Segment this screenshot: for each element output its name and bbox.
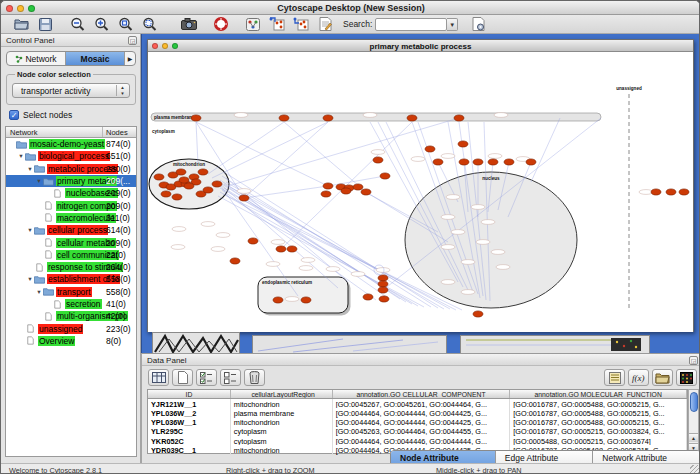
network-node[interactable] <box>172 194 182 200</box>
zoom-in-icon[interactable] <box>89 16 113 33</box>
network-node[interactable] <box>454 115 464 121</box>
table-cell[interactable]: mitochondrion <box>231 445 333 454</box>
column-header[interactable]: _cellularLayoutRegion <box>231 390 333 398</box>
network-node[interactable] <box>198 169 208 175</box>
table-cell[interactable]: mitochondrion <box>231 399 333 408</box>
function-builder-icon[interactable]: f(x) <box>628 369 649 386</box>
network-node[interactable] <box>458 141 468 147</box>
table-cell[interactable]: [GO:0016787, GO:0005488, GO:0005215, G..… <box>510 399 687 408</box>
search-dropdown-arrow-icon[interactable]: ▼ <box>447 18 458 31</box>
network-node[interactable] <box>239 195 249 201</box>
network-node[interactable] <box>378 275 388 281</box>
zoom-selected-icon[interactable] <box>137 16 161 33</box>
table-cell[interactable]: YDR039C__1 <box>148 445 231 454</box>
more-tabs-arrow-icon[interactable]: ▶ <box>125 52 135 65</box>
unselect-attributes-icon[interactable] <box>220 369 241 386</box>
tree-row[interactable]: ▼transport558(0) <box>6 286 136 298</box>
table-cell[interactable]: cytoplasm <box>231 427 333 436</box>
table-cell[interactable]: YKR052C <box>148 436 231 445</box>
network-node[interactable] <box>459 159 469 165</box>
delete-attribute-icon[interactable] <box>244 369 265 386</box>
vizmapper-icon[interactable] <box>241 16 265 33</box>
tree-row[interactable]: response to stimulu264(0) <box>6 261 136 273</box>
tree-row[interactable]: secretion41(0) <box>6 298 136 310</box>
network-node[interactable] <box>363 294 373 300</box>
expand-arrow-icon[interactable]: ▼ <box>17 153 25 159</box>
tree-row[interactable]: cellular metabo209(0) <box>6 236 136 248</box>
network-node[interactable] <box>161 191 171 197</box>
table-cell[interactable]: [GO:0016787, GO:0005488, GO:0005215, G..… <box>510 408 687 417</box>
network-node[interactable] <box>433 159 443 165</box>
network-node[interactable] <box>323 115 333 121</box>
network-node[interactable] <box>341 188 351 194</box>
search-options-icon[interactable] <box>466 16 490 33</box>
help-lifering-icon[interactable] <box>209 16 233 33</box>
network-node[interactable] <box>323 183 333 189</box>
snapshot-camera-icon[interactable] <box>177 16 201 33</box>
tree-row[interactable]: nitrogen compo209(0) <box>6 199 136 211</box>
table-row[interactable]: YJR121W__1mitochondrion[GO:0045267, GO:0… <box>148 399 687 408</box>
attribute-matrix-icon[interactable] <box>676 369 697 386</box>
column-header[interactable]: annotation.GO CELLULAR_COMPONENT <box>333 390 511 398</box>
annotation-icon[interactable] <box>313 16 337 33</box>
tree-row[interactable]: nucleobase-c209(0) <box>6 187 136 199</box>
network-canvas[interactable]: plasma membrane cytoplasm mitochondrion … <box>148 52 693 332</box>
network-overlay-a-icon[interactable] <box>265 16 289 33</box>
network-node[interactable] <box>378 287 388 293</box>
column-header[interactable]: annotation.GO MOLECULAR_FUNCTION <box>510 390 687 398</box>
tree-row[interactable]: macromolecule311(0) <box>6 212 136 224</box>
network-node[interactable] <box>248 238 258 244</box>
tree-row[interactable]: cell communicat22(0) <box>6 249 136 261</box>
network-node[interactable] <box>407 115 417 121</box>
node-color-dropdown[interactable]: transporter activity ▲▼ <box>12 83 130 98</box>
attribute-table-icon[interactable] <box>148 369 169 386</box>
background-window-fragment[interactable] <box>460 335 650 353</box>
table-cell[interactable]: [GO:0044464, GO:0044444, GO:0044425, G..… <box>333 408 511 417</box>
table-cell[interactable]: [GO:0044464, GO:0044446, GO:0044444, G..… <box>333 436 511 445</box>
table-cell[interactable]: [GO:0044464, GO:0044444, GO:0044425, G..… <box>333 418 511 427</box>
table-row[interactable]: YPL036W__1mitochondrion[GO:0044464, GO:0… <box>148 418 687 427</box>
network-node[interactable] <box>276 246 286 252</box>
network-node[interactable] <box>191 115 201 121</box>
network-node[interactable] <box>203 187 213 193</box>
network-node[interactable] <box>425 146 435 152</box>
save-icon[interactable] <box>33 16 57 33</box>
network-view-window[interactable]: primary metabolic process plasma membran… <box>147 39 694 332</box>
table-cell[interactable]: [GO:0005488, GO:0005215, GO:0003674] <box>510 436 687 445</box>
expand-arrow-icon[interactable]: ▼ <box>35 178 43 184</box>
new-attribute-icon[interactable] <box>172 369 193 386</box>
table-cell[interactable]: [GO:0016787, GO:0005215, GO:0003824, G..… <box>510 427 687 436</box>
network-node[interactable] <box>380 173 390 179</box>
table-cell[interactable]: YPL036W__1 <box>148 418 231 427</box>
open-folder-icon[interactable] <box>9 16 33 33</box>
tree-row[interactable]: ▼cellular process614(0) <box>6 224 136 236</box>
network-node[interactable] <box>179 177 189 183</box>
expand-arrow-icon[interactable]: ▼ <box>26 166 34 172</box>
table-cell[interactable]: plasma membrane <box>231 408 333 417</box>
float-panel-icon[interactable]: ◲ <box>689 356 698 365</box>
tree-row[interactable]: ▼biological_process651(0) <box>6 150 136 162</box>
table-cell[interactable]: mitochondrion <box>231 418 333 427</box>
float-panel-icon[interactable]: ◲ <box>128 36 137 45</box>
network-node[interactable] <box>184 183 194 189</box>
attribute-editor-icon[interactable] <box>604 369 625 386</box>
tree-row[interactable]: mosaic-demo-yeast874(0) <box>6 138 136 150</box>
network-node[interactable] <box>279 115 289 121</box>
network-node[interactable] <box>301 297 311 303</box>
table-cell[interactable]: YJR121W__1 <box>148 399 231 408</box>
background-window-fragment[interactable] <box>252 335 447 353</box>
network-node[interactable] <box>504 159 514 165</box>
table-row[interactable]: YKR052Ccytoplasm[GO:0044464, GO:0044446,… <box>148 436 687 445</box>
tree-row[interactable]: ▼primary metabo209(... <box>6 175 136 187</box>
select-attributes-icon[interactable] <box>196 369 217 386</box>
table-row[interactable]: YLR295Ccytoplasm[GO:0045263, GO:0044464,… <box>148 427 687 436</box>
network-node[interactable] <box>379 296 389 302</box>
tree-column-nodes[interactable]: Nodes <box>103 127 136 137</box>
network-node[interactable] <box>473 311 483 317</box>
background-window-fragment[interactable] <box>152 332 240 353</box>
scrollbar-thumb[interactable] <box>690 392 698 412</box>
network-node[interactable] <box>287 246 297 252</box>
tree-row[interactable]: ▼metabolic process280(0) <box>6 163 136 175</box>
tree-row[interactable]: ▼establishment of lo558(0) <box>6 273 136 285</box>
table-cell[interactable]: [GO:0045267, GO:0045261, GO:0044464, G..… <box>333 399 511 408</box>
